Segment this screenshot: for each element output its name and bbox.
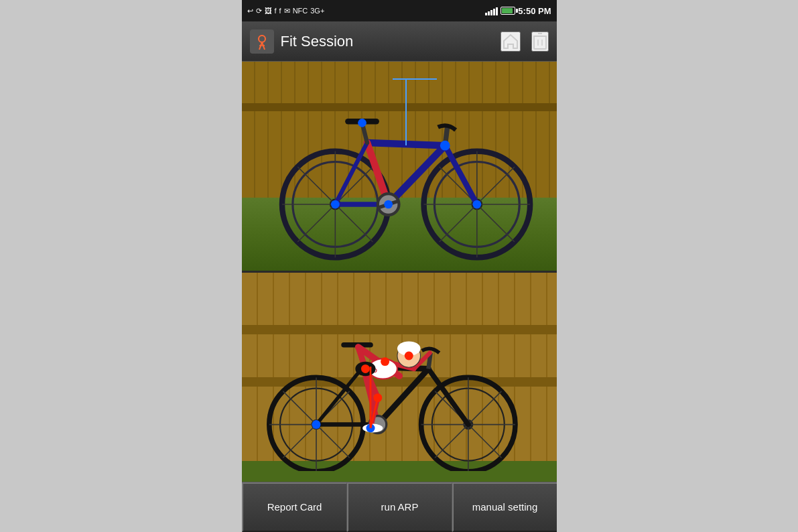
svg-point-76 bbox=[381, 357, 389, 366]
refresh-icon: ⟳ bbox=[256, 7, 262, 15]
svg-line-24 bbox=[389, 145, 446, 204]
facebook-icon: f bbox=[275, 7, 277, 15]
rider-scene: O bbox=[242, 273, 557, 482]
page-title: Fit Session bbox=[281, 33, 354, 50]
svg-point-80 bbox=[312, 420, 321, 429]
signal-bar-2 bbox=[488, 11, 490, 15]
signal-bars bbox=[485, 6, 498, 15]
run-arp-button[interactable]: run ARP bbox=[347, 482, 452, 532]
delete-button[interactable] bbox=[531, 31, 549, 52]
facebook2-icon: f bbox=[279, 7, 281, 15]
status-bar-right: 5:50 PM bbox=[485, 6, 551, 16]
title-bar: Fit Session bbox=[242, 21, 557, 62]
signal-bar-1 bbox=[485, 13, 487, 15]
signal-bar-5 bbox=[496, 7, 498, 15]
svg-point-34 bbox=[440, 141, 450, 151]
bike-scene bbox=[242, 62, 557, 271]
svg-point-36 bbox=[384, 200, 393, 209]
battery-icon bbox=[501, 7, 515, 15]
svg-rect-4 bbox=[534, 36, 546, 49]
nfc-icon: NFC bbox=[293, 7, 308, 15]
bike-image-section bbox=[242, 62, 557, 273]
bike-image bbox=[257, 78, 541, 267]
manual-setting-button[interactable]: manual setting bbox=[452, 482, 557, 532]
status-time: 5:50 PM bbox=[518, 6, 551, 16]
phone-container: ↩ ⟳ 🖼 f f ✉ NFC 3G+ 5:50 PM bbox=[242, 0, 557, 532]
svg-point-77 bbox=[361, 364, 370, 373]
svg-point-38 bbox=[472, 200, 481, 209]
bottom-nav: Report Card run ARP manual setting bbox=[242, 482, 557, 532]
svg-point-37 bbox=[331, 200, 340, 209]
images-container: O bbox=[242, 62, 557, 482]
rider-image-section: O bbox=[242, 273, 557, 482]
title-left: Fit Session bbox=[250, 29, 354, 54]
app-logo bbox=[250, 29, 274, 54]
nav-icon: ↩ bbox=[247, 7, 253, 15]
report-card-button[interactable]: Report Card bbox=[242, 482, 347, 532]
status-bar-left: ↩ ⟳ 🖼 f f ✉ NFC 3G+ bbox=[247, 7, 325, 15]
signal-bar-3 bbox=[490, 10, 492, 15]
status-bar: ↩ ⟳ 🖼 f f ✉ NFC 3G+ 5:50 PM bbox=[242, 0, 557, 21]
rider-image: O bbox=[257, 283, 535, 472]
network-icon: 3G+ bbox=[310, 7, 324, 15]
image-icon: 🖼 bbox=[265, 7, 272, 15]
signal-bar-4 bbox=[493, 9, 495, 15]
measure-horizontal bbox=[393, 78, 437, 80]
home-button[interactable] bbox=[501, 31, 521, 52]
title-icons bbox=[501, 31, 549, 52]
measure-vertical bbox=[405, 78, 407, 145]
battery-fill bbox=[502, 8, 512, 13]
svg-point-0 bbox=[259, 36, 265, 42]
svg-point-75 bbox=[405, 351, 413, 360]
mail-icon: ✉ bbox=[284, 7, 290, 15]
svg-point-35 bbox=[358, 119, 367, 127]
